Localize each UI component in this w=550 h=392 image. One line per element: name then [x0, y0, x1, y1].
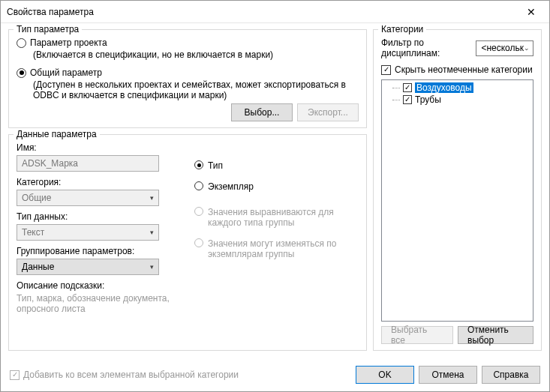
cancel-button[interactable]: Отмена: [419, 366, 477, 384]
project-param-hint: (Включается в спецификации, но не включа…: [33, 49, 359, 60]
type-radio[interactable]: Тип: [194, 160, 359, 171]
radio-icon: [194, 238, 203, 247]
category-tree[interactable]: Воздуховоды Трубы: [381, 79, 533, 322]
close-icon: ✕: [527, 6, 536, 18]
param-data-group: Данные параметра Имя: ADSK_Марка Категор…: [8, 134, 367, 351]
radio-icon: [194, 181, 203, 190]
content-area: Тип параметра Параметр проекта (Включает…: [1, 23, 549, 361]
datatype-select: Текст ▾: [17, 224, 159, 241]
param-type-buttons: Выбор... Экспорт...: [17, 103, 359, 121]
datatype-label: Тип данных:: [17, 211, 181, 222]
align-group-radio: Значения выравниваются для каждого типа …: [194, 207, 359, 228]
shared-param-hint: (Доступен в нескольких проектах и семейс…: [33, 79, 359, 100]
window-title: Свойства параметра: [7, 7, 94, 17]
param-data-right: Тип Экземпляр Значения выравниваются для…: [194, 142, 359, 319]
radio-icon: [194, 160, 203, 169]
categories-group: Категории Фильтр по дисциплинам: <нескол…: [373, 29, 542, 351]
add-all-checkbox: Добавить ко всем элементам выбранной кат…: [10, 370, 239, 380]
name-value: ADSK_Марка: [22, 158, 78, 169]
tree-item[interactable]: Трубы: [383, 94, 531, 106]
checkbox-icon: [381, 65, 391, 75]
category-select: Общие ▾: [17, 190, 159, 206]
help-button[interactable]: Справка: [482, 366, 540, 384]
filter-select[interactable]: <нескольк ⌄: [476, 40, 533, 56]
export-button: Экспорт...: [297, 103, 359, 121]
hide-unchecked-label: Скрыть неотмеченные категории: [395, 64, 533, 75]
category-buttons: Выбрать все Отменить выбор: [381, 326, 533, 344]
left-column: Тип параметра Параметр проекта (Включает…: [8, 29, 367, 357]
tree-connector-icon: [392, 88, 400, 88]
project-param-label: Параметр проекта: [30, 37, 107, 48]
checkbox-icon[interactable]: [403, 83, 412, 92]
footer-buttons: OK Отмена Справка: [356, 366, 540, 384]
hide-unchecked-checkbox[interactable]: Скрыть неотмеченные категории: [381, 64, 533, 75]
instance-radio[interactable]: Экземпляр: [194, 181, 359, 192]
dialog-window: Свойства параметра ✕ Тип параметра Парам…: [0, 0, 550, 392]
param-data-cols: Имя: ADSK_Марка Категория: Общие ▾: [17, 142, 359, 319]
tree-item-label: Воздуховоды: [415, 82, 473, 93]
chevron-down-icon: ▾: [150, 229, 154, 236]
radio-icon: [194, 207, 203, 216]
vary-group-label: Значения могут изменяться по экземплярам…: [208, 238, 359, 259]
vary-group-radio: Значения могут изменяться по экземплярам…: [194, 238, 359, 259]
shared-param-label: Общий параметр: [30, 67, 102, 78]
grouping-value: Данные: [22, 262, 54, 272]
category-label: Категория:: [17, 177, 181, 187]
datatype-value: Текст: [22, 227, 44, 238]
param-data-left: Имя: ADSK_Марка Категория: Общие ▾: [17, 142, 181, 319]
categories-legend: Категории: [378, 24, 426, 34]
ok-button[interactable]: OK: [356, 366, 414, 384]
type-radio-label: Тип: [208, 160, 223, 171]
tree-item[interactable]: Воздуховоды: [383, 82, 531, 94]
param-type-group: Тип параметра Параметр проекта (Включает…: [8, 29, 367, 128]
align-group-label: Значения выравниваются для каждого типа …: [208, 207, 359, 228]
titlebar: Свойства параметра ✕: [1, 1, 549, 23]
param-type-legend: Тип параметра: [14, 24, 82, 34]
tooltip-label: Описание подсказки:: [17, 280, 181, 291]
grouping-select[interactable]: Данные ▾: [17, 259, 159, 275]
select-all-button: Выбрать все: [381, 326, 453, 344]
tree-connector-icon: [392, 100, 400, 100]
choose-button[interactable]: Выбор...: [231, 103, 293, 121]
shared-param-radio[interactable]: Общий параметр: [17, 67, 359, 78]
checkbox-icon[interactable]: [403, 95, 412, 104]
chevron-down-icon: ⌄: [524, 44, 530, 52]
project-param-radio[interactable]: Параметр проекта: [17, 37, 359, 48]
filter-label: Фильтр по дисциплинам:: [381, 37, 473, 58]
filter-value: <нескольк: [481, 43, 524, 53]
category-value: Общие: [22, 193, 51, 203]
radio-icon: [17, 68, 26, 78]
chevron-down-icon: ▾: [150, 263, 154, 271]
grouping-label: Группирование параметров:: [17, 246, 181, 256]
name-input: ADSK_Марка: [17, 155, 159, 172]
checkbox-icon: [10, 370, 20, 380]
instance-radio-label: Экземпляр: [208, 181, 254, 192]
filter-row: Фильтр по дисциплинам: <нескольк ⌄: [381, 37, 533, 58]
tooltip-hint: Тип, марка, обозначение документа, опрос…: [17, 293, 181, 314]
param-data-legend: Данные параметра: [14, 129, 100, 139]
close-button[interactable]: ✕: [515, 1, 548, 22]
tree-item-label: Трубы: [415, 94, 441, 105]
footer: Добавить ко всем элементам выбранной кат…: [1, 361, 549, 391]
deselect-all-button[interactable]: Отменить выбор: [458, 326, 533, 344]
add-all-label: Добавить ко всем элементам выбранной кат…: [23, 370, 239, 380]
radio-icon: [17, 38, 26, 48]
name-label: Имя:: [17, 142, 181, 153]
chevron-down-icon: ▾: [150, 194, 154, 202]
right-column: Категории Фильтр по дисциплинам: <нескол…: [373, 29, 542, 357]
